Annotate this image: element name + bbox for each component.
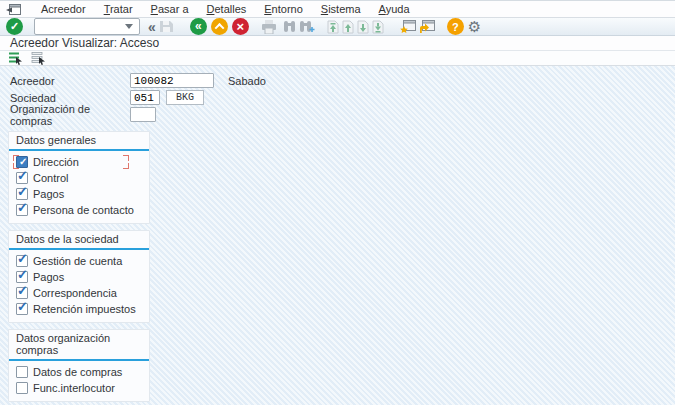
page-down-icon[interactable]	[357, 20, 369, 34]
sociedad-code-field[interactable]: BKG	[166, 90, 204, 105]
checkbox-correspondencia[interactable]: Correspondencia	[9, 285, 149, 301]
find-icon[interactable]	[283, 20, 296, 33]
checkbox-datos-compras[interactable]: Datos de compras	[9, 364, 149, 380]
sap-window: Acreedor Tratar Pasar a Detalles Entorno…	[0, 0, 675, 405]
checkbox-pagos-generales[interactable]: Pagos	[9, 186, 149, 202]
system-menu-icon[interactable]	[6, 2, 24, 16]
new-session-icon[interactable]	[400, 19, 416, 34]
create-shortcut-icon[interactable]	[419, 19, 435, 34]
customize-layout-icon[interactable]: ⚙	[468, 19, 481, 34]
organizacion-compras-input[interactable]	[130, 107, 156, 122]
checkbox-direccion[interactable]: Dirección	[9, 154, 149, 170]
command-field-wrap[interactable]	[34, 18, 140, 35]
print-icon[interactable]	[261, 20, 277, 34]
checkbox-pagos-sociedad[interactable]: Pagos	[9, 269, 149, 285]
enter-icon[interactable]: ✓	[6, 18, 23, 35]
sociedad-input[interactable]	[130, 90, 160, 105]
application-toolbar	[0, 51, 675, 66]
menu-tratar[interactable]: Tratar	[95, 1, 142, 17]
find-next-icon[interactable]	[299, 20, 315, 33]
menu-detalles[interactable]: Detalles	[198, 1, 256, 17]
acreedor-description: Sabado	[228, 75, 266, 87]
menu-entorno[interactable]: Entorno	[255, 1, 312, 17]
collapse-icon[interactable]: «	[148, 19, 155, 35]
field-row-acreedor: Acreedor Sabado	[0, 72, 675, 89]
menu-ayuda[interactable]: Ayuda	[370, 1, 419, 17]
page-up-icon[interactable]	[342, 20, 354, 34]
exit-icon[interactable]	[211, 18, 228, 35]
section-datos-generales: Datos generales Dirección Control Pagos …	[8, 131, 150, 224]
checkbox-persona-contacto[interactable]: Persona de contacto	[9, 202, 149, 218]
section-title: Datos organización compras	[9, 330, 149, 361]
help-icon[interactable]: ?	[447, 18, 464, 35]
menu-acreedor[interactable]: Acreedor	[32, 1, 95, 17]
content-area: Acreedor Sabado Sociedad BKG Organizació…	[0, 66, 675, 405]
organizacion-compras-label: Organización de compras	[10, 103, 130, 127]
cancel-icon[interactable]: ×	[232, 18, 249, 35]
checkbox-icon[interactable]	[16, 204, 28, 216]
checkbox-icon[interactable]	[16, 382, 28, 394]
deselect-all-button[interactable]	[31, 51, 46, 65]
acreedor-input[interactable]	[130, 73, 214, 88]
section-title: Datos de la sociedad	[9, 231, 149, 250]
checkbox-retencion-impuestos[interactable]: Retención impuestos	[9, 301, 149, 317]
title-bar: Acreedor Visualizar: Acceso	[0, 36, 675, 51]
section-title: Datos generales	[9, 132, 149, 151]
page-title: Acreedor Visualizar: Acceso	[10, 36, 159, 50]
select-all-button[interactable]	[8, 51, 23, 65]
checkbox-icon[interactable]	[16, 156, 28, 168]
section-datos-sociedad: Datos de la sociedad Gestión de cuenta P…	[8, 230, 150, 323]
checkbox-icon[interactable]	[16, 255, 28, 267]
menu-sistema[interactable]: Sistema	[312, 1, 370, 17]
back-icon[interactable]: «	[190, 18, 207, 35]
section-datos-organizacion-compras: Datos organización compras Datos de comp…	[8, 329, 150, 402]
field-row-organizacion-compras: Organización de compras	[0, 106, 675, 123]
last-page-icon[interactable]	[372, 20, 384, 34]
command-field[interactable]	[35, 20, 123, 33]
menu-bar: Acreedor Tratar Pasar a Detalles Entorno…	[0, 1, 675, 18]
checkbox-control[interactable]: Control	[9, 170, 149, 186]
checkbox-icon[interactable]	[16, 271, 28, 283]
checkbox-icon[interactable]	[16, 303, 28, 315]
save-icon[interactable]	[159, 19, 174, 34]
chevron-down-icon[interactable]	[125, 24, 133, 29]
checkbox-icon[interactable]	[16, 172, 28, 184]
checkbox-func-interlocutor[interactable]: Func.interlocutor	[9, 380, 149, 396]
standard-toolbar: ✓ « « ×	[0, 18, 675, 36]
checkbox-icon[interactable]	[16, 188, 28, 200]
checkbox-icon[interactable]	[16, 366, 28, 378]
checkbox-icon[interactable]	[16, 287, 28, 299]
menu-pasar-a[interactable]: Pasar a	[142, 1, 198, 17]
first-page-icon[interactable]	[327, 20, 339, 34]
checkbox-gestion-cuenta[interactable]: Gestión de cuenta	[9, 253, 149, 269]
acreedor-label: Acreedor	[10, 75, 130, 87]
